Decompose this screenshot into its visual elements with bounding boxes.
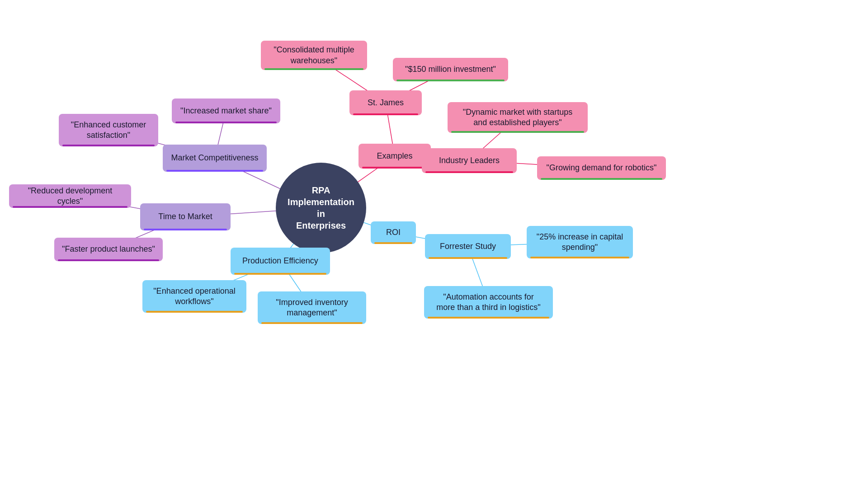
production-label: Production Efficiency (242, 256, 318, 266)
enhanced-workflows-label: "Enhanced operational workflows" (153, 286, 236, 307)
enhanced-customer-node: "Enhanced customer satisfaction" (59, 114, 158, 146)
automation-logistics-label: "Automation accounts for more than a thi… (436, 292, 541, 313)
stjames-label: St. James (368, 98, 404, 108)
investment-node: "$150 million investment" (393, 58, 508, 81)
roi-node: ROI (371, 221, 416, 244)
market-label: Market Competitiveness (171, 153, 258, 163)
center-node: RPA Implementation in Enterprises (276, 163, 366, 253)
time-label: Time to Market (158, 211, 212, 222)
improved-inventory-label: "Improved inventory management" (276, 297, 348, 319)
reduced-dev-label: "Reduced development cycles" (16, 186, 124, 207)
roi-label: ROI (386, 227, 401, 238)
center-label: RPA Implementation in Enterprises (283, 184, 359, 231)
time-to-market-node: Time to Market (140, 203, 231, 230)
increased-market-label: "Increased market share" (180, 106, 272, 116)
reduced-dev-node: "Reduced development cycles" (9, 184, 131, 208)
industry-leaders-node: Industry Leaders (422, 148, 517, 173)
improved-inventory-node: "Improved inventory management" (258, 291, 366, 324)
enhanced-workflows-node: "Enhanced operational workflows" (142, 280, 246, 313)
automation-logistics-node: "Automation accounts for more than a thi… (424, 286, 553, 319)
examples-node: Examples (359, 144, 431, 169)
production-efficiency-node: Production Efficiency (231, 248, 330, 275)
capital-spending-label: "25% increase in capital spending" (537, 232, 623, 253)
increased-market-share-node: "Increased market share" (172, 99, 280, 123)
growing-demand-label: "Growing demand for robotics" (547, 163, 657, 173)
consolidated-warehouses-node: "Consolidated multiple warehouses" (261, 41, 367, 70)
dynamic-market-label: "Dynamic market with startups and establ… (463, 107, 572, 128)
examples-label: Examples (377, 151, 412, 161)
capital-spending-node: "25% increase in capital spending" (527, 226, 633, 258)
faster-launches-label: "Faster product launches" (62, 244, 155, 254)
faster-launches-node: "Faster product launches" (54, 238, 163, 261)
forrester-label: Forrester Study (440, 241, 496, 252)
forrester-node: Forrester Study (425, 234, 511, 259)
consolidated-warehouses-label: "Consolidated multiple warehouses" (274, 45, 354, 66)
stjames-node: St. James (349, 90, 422, 115)
industry-leaders-label: Industry Leaders (439, 155, 500, 166)
enhanced-customer-label: "Enhanced customer satisfaction" (71, 120, 146, 141)
dynamic-market-node: "Dynamic market with startups and establ… (448, 102, 588, 133)
growing-demand-node: "Growing demand for robotics" (537, 156, 666, 180)
investment-label: "$150 million investment" (405, 64, 496, 75)
market-competitiveness-node: Market Competitiveness (163, 145, 267, 172)
